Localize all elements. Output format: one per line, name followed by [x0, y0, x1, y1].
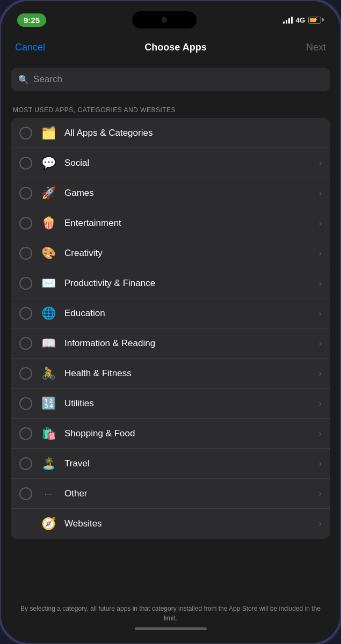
- list-item[interactable]: 🗂️ All Apps & Categories: [11, 118, 330, 148]
- category-list: 🗂️ All Apps & Categories 💬 Social › 🚀: [11, 118, 330, 539]
- category-label: Utilities: [64, 398, 319, 409]
- list-item[interactable]: 🔢 Utilities ›: [11, 389, 330, 419]
- camera-dot: [162, 17, 167, 23]
- category-label: Other: [64, 488, 319, 499]
- chevron-icon: ›: [319, 158, 322, 168]
- chevron-icon: ›: [319, 188, 322, 198]
- category-icon: 🍿: [40, 215, 57, 232]
- footer-text: By selecting a category, all future apps…: [19, 604, 322, 623]
- signal-icon: [283, 16, 293, 24]
- time-display: 9:25: [17, 13, 46, 27]
- radio-button[interactable]: [19, 127, 32, 140]
- home-indicator: [19, 623, 322, 638]
- radio-button[interactable]: [19, 457, 32, 470]
- page-title: Choose Apps: [144, 42, 206, 53]
- search-bar[interactable]: 🔍 Search: [11, 68, 330, 91]
- radio-button[interactable]: [19, 247, 32, 260]
- network-badge: 4G: [296, 16, 305, 24]
- list-item[interactable]: 💬 Social ›: [11, 148, 330, 178]
- radio-button[interactable]: [19, 397, 32, 410]
- category-label: Social: [64, 158, 319, 169]
- list-item[interactable]: ··· Other ›: [11, 479, 330, 509]
- list-item[interactable]: 🎨 Creativity ›: [11, 238, 330, 268]
- phone-frame: 9:25 4G ⚡: [0, 0, 341, 644]
- chevron-icon: ›: [319, 218, 322, 228]
- chevron-icon: ›: [319, 309, 322, 318]
- chevron-icon: ›: [319, 248, 322, 258]
- category-icon: 💬: [40, 155, 57, 172]
- navigation-bar: Cancel Choose Apps Next: [2, 31, 339, 63]
- search-container: 🔍 Search: [2, 63, 339, 100]
- chevron-icon: ›: [319, 429, 322, 438]
- section-label: MOST USED APPS, CATEGORIES AND WEBSITES: [2, 100, 339, 118]
- radio-button[interactable]: [19, 307, 32, 320]
- radio-button[interactable]: [19, 187, 32, 200]
- category-label: Games: [64, 188, 319, 199]
- category-label: Shopping & Food: [64, 428, 319, 439]
- chevron-icon: ›: [319, 339, 322, 348]
- category-label: Creativity: [64, 248, 319, 259]
- search-icon: 🔍: [18, 75, 29, 85]
- radio-button[interactable]: [19, 427, 32, 440]
- screen: 9:25 4G ⚡: [2, 2, 339, 642]
- chevron-icon: ›: [319, 489, 322, 499]
- radio-button[interactable]: [19, 367, 32, 380]
- category-icon: 🚀: [40, 185, 57, 202]
- status-bar: 9:25 4G ⚡: [2, 2, 339, 31]
- category-label: Health & Fitness: [64, 368, 319, 379]
- radio-button[interactable]: [19, 217, 32, 230]
- footer: By selecting a category, all future apps…: [2, 597, 339, 642]
- list-item[interactable]: 🏝️ Travel ›: [11, 449, 330, 479]
- category-label: Education: [64, 308, 319, 319]
- category-label: Productivity & Finance: [64, 278, 319, 289]
- category-icon: 🌐: [40, 305, 57, 322]
- category-label: Websites: [64, 518, 319, 529]
- category-icon: 🏝️: [40, 455, 57, 472]
- category-icon: ···: [40, 485, 57, 502]
- category-icon: 🚴: [40, 365, 57, 382]
- chevron-icon: ›: [319, 519, 322, 529]
- chevron-icon: ›: [319, 459, 322, 469]
- radio-button[interactable]: [19, 157, 32, 170]
- list-item[interactable]: 🧭 Websites ›: [11, 509, 330, 539]
- radio-button[interactable]: [19, 487, 32, 500]
- dynamic-island: [132, 11, 197, 28]
- phone-body: 9:25 4G ⚡: [2, 2, 339, 642]
- category-icon: ✉️: [40, 275, 57, 292]
- list-item[interactable]: 📖 Information & Reading ›: [11, 328, 330, 358]
- category-icon: 🎨: [40, 245, 57, 262]
- list-item[interactable]: ✉️ Productivity & Finance ›: [11, 268, 330, 298]
- cancel-button[interactable]: Cancel: [15, 42, 45, 53]
- chevron-icon: ›: [319, 279, 322, 288]
- list-item[interactable]: 🍿 Entertainment ›: [11, 208, 330, 238]
- category-icon: 🛍️: [40, 425, 57, 442]
- list-item[interactable]: 🌐 Education ›: [11, 298, 330, 328]
- list-item[interactable]: 🛍️ Shopping & Food ›: [11, 419, 330, 449]
- category-label: Entertainment: [64, 218, 319, 229]
- category-label: Travel: [64, 458, 319, 469]
- list-item[interactable]: 🚴 Health & Fitness ›: [11, 358, 330, 389]
- category-icon: 🔢: [40, 395, 57, 412]
- battery-icon: ⚡: [308, 17, 324, 24]
- search-placeholder: Search: [33, 74, 62, 85]
- status-icons: 4G ⚡: [283, 16, 324, 24]
- radio-button[interactable]: [19, 337, 32, 350]
- home-bar: [135, 627, 207, 630]
- next-button[interactable]: Next: [306, 42, 326, 53]
- radio-button[interactable]: [19, 277, 32, 290]
- chevron-icon: ›: [319, 369, 322, 378]
- category-label: All Apps & Categories: [64, 128, 322, 138]
- content-area: MOST USED APPS, CATEGORIES AND WEBSITES …: [2, 100, 339, 597]
- category-icon: 🗂️: [40, 125, 57, 142]
- list-item[interactable]: 🚀 Games ›: [11, 178, 330, 208]
- chevron-icon: ›: [319, 399, 322, 408]
- category-icon: 📖: [40, 335, 57, 352]
- category-label: Information & Reading: [64, 338, 319, 349]
- category-icon: 🧭: [40, 515, 57, 532]
